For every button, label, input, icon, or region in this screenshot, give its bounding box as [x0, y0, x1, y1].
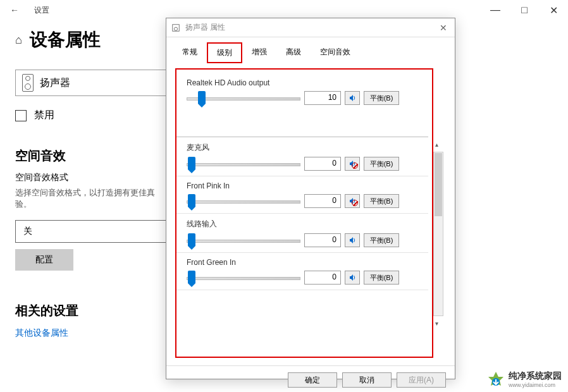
dialog-title: 扬声器 属性	[185, 22, 225, 33]
maximize-button[interactable]: □	[510, 0, 539, 20]
config-button[interactable]: 配置	[15, 249, 73, 271]
svg-rect-0	[173, 24, 180, 31]
dialog-scrollbar[interactable]	[433, 152, 443, 316]
mute-button[interactable]	[345, 91, 360, 105]
apply-button[interactable]: 应用(A)	[397, 372, 446, 388]
dialog-footer: 确定 取消 应用(A)	[166, 365, 455, 392]
watermark-url: www.yidaimei.com	[509, 382, 562, 388]
highlight-frame	[175, 68, 433, 358]
scroll-thumb[interactable]	[435, 153, 442, 216]
mute-button[interactable]	[345, 233, 360, 247]
device-name-field[interactable]: 扬声器	[15, 70, 167, 96]
app-title: 设置	[34, 5, 49, 16]
tab-enhancements[interactable]: 增强	[242, 42, 276, 63]
device-name-text: 扬声器	[40, 77, 70, 90]
svg-point-1	[174, 27, 177, 30]
volume-slider[interactable]	[187, 92, 300, 104]
watermark: 纯净系统家园 www.yidaimei.com	[487, 371, 562, 388]
page-title: 设备属性	[30, 28, 101, 52]
mute-button[interactable]	[345, 271, 360, 285]
watermark-logo-icon	[487, 371, 505, 388]
disable-label: 禁用	[34, 109, 54, 122]
mute-button[interactable]	[345, 194, 360, 208]
tab-levels[interactable]: 级别	[207, 42, 242, 63]
speaker-icon	[22, 74, 34, 92]
dialog-body: Realtek HD Audio output 10 平衡(B) 麦克风 0 平…	[166, 63, 455, 365]
ok-button[interactable]: 确定	[288, 372, 337, 388]
home-icon[interactable]: ⌂	[15, 34, 22, 47]
dialog-close-button[interactable]: ✕	[437, 23, 450, 33]
volume-slider[interactable]	[187, 158, 300, 169]
volume-slider[interactable]	[187, 272, 300, 283]
disable-checkbox[interactable]	[15, 110, 27, 121]
spatial-desc: 选择空间音效格式，以打造拥有更佳真验。	[15, 187, 167, 210]
spatial-format-dropdown[interactable]: 关	[15, 220, 167, 243]
other-device-properties-link[interactable]: 其他设备属性	[15, 328, 68, 338]
mute-button[interactable]	[345, 157, 360, 171]
tab-advanced[interactable]: 高级	[276, 42, 311, 63]
close-button[interactable]: ✕	[539, 0, 568, 20]
tab-spatial[interactable]: 空间音效	[311, 42, 360, 63]
cancel-button[interactable]: 取消	[342, 372, 392, 388]
tab-general[interactable]: 常规	[173, 42, 207, 63]
minimize-button[interactable]: —	[481, 0, 510, 20]
volume-slider[interactable]	[187, 195, 300, 207]
back-arrow-icon[interactable]: ←	[5, 5, 24, 15]
speaker-properties-dialog: 扬声器 属性 ✕ 常规 级别 增强 高级 空间音效 Realtek HD Aud…	[166, 18, 455, 379]
watermark-text: 纯净系统家园	[509, 371, 562, 382]
dialog-speaker-icon	[171, 23, 180, 32]
dialog-tabs: 常规 级别 增强 高级 空间音效	[166, 37, 455, 63]
dialog-titlebar: 扬声器 属性 ✕	[166, 18, 455, 37]
volume-slider[interactable]	[187, 235, 300, 246]
